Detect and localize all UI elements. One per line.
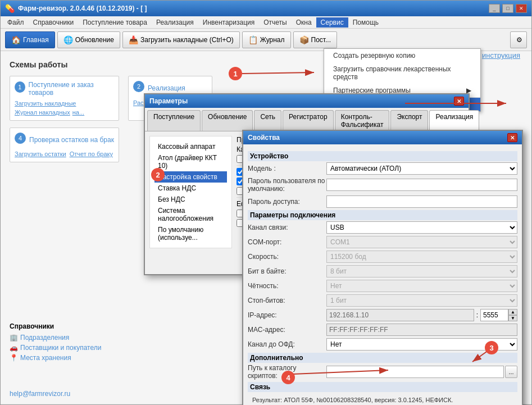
menu-reports[interactable]: Отчеты [259,17,291,28]
com-port-select[interactable]: COM1 [326,236,517,248]
tab-receiving[interactable]: Поступление [147,110,201,131]
maximize-button[interactable]: □ [502,4,513,13]
speed-select[interactable]: 115200 бод [326,251,517,263]
model-row: Модель : Автоматически (АТОЛ) [248,162,517,175]
title-bar: 💊 Фарм-ревизор. 2.0.4.46 (10.12.2019) - … [1,1,531,16]
step-4-link-2[interactable]: Отчет по браку [70,151,113,157]
parity-row: Чётность: Нет [248,280,517,292]
speed-row: Скорость: 115200 бод [248,251,517,263]
menu-inventory[interactable]: Инвентаризация [198,17,259,28]
tab-update[interactable]: Обновление [202,110,253,131]
props-dialog: Свойства ✕ Устройство Модель : Автоматич… [242,130,523,405]
user-password-label: Пароль пользователя по умолчанию: [248,177,326,193]
sidebar-title: Справочники [10,322,101,330]
params-vat-rate[interactable]: Ставка НДС [154,183,227,194]
script-path-input[interactable] [326,366,504,378]
help-email[interactable]: help@farmrevizor.ru [10,390,70,398]
journal-label: Журнал [260,36,285,44]
journal-button[interactable]: 📋 Журнал [242,31,291,48]
load-icon: 📥 [129,35,138,44]
load-invoices-button[interactable]: 📥 Загрузить накладные (Ctrl+O) [122,31,240,48]
port-down-button[interactable]: ▼ [508,315,517,321]
post-label: Пост... [311,36,331,44]
step-1-link-3[interactable]: на... [72,109,84,116]
tab-network[interactable]: Сеть [254,110,281,131]
tab-export[interactable]: Экспорт [390,110,428,131]
toolbar-right: ⚙ [510,31,527,48]
menu-service[interactable]: Сервис [316,17,348,28]
title-bar-buttons: _ □ ✕ [489,4,527,13]
model-select[interactable]: Автоматически (АТОЛ) [326,162,517,175]
port-up-button[interactable]: ▲ [508,309,517,315]
tab-realization[interactable]: Реализация [429,110,479,131]
close-button[interactable]: ✕ [516,4,527,13]
home-button[interactable]: 🏠 Главная [5,31,55,48]
stop-bits-row: Стоп-битов: 1 бит [248,294,517,307]
menu-receiving[interactable]: Поступление товара [78,17,152,28]
props-dialog-close[interactable]: ✕ [507,133,517,142]
channel-select[interactable]: USB [326,221,517,234]
step-4-title: Проверка остатков на брак [29,136,114,144]
step-1-link-1[interactable]: Загрузить накладные [15,100,76,107]
menu-create-backup[interactable]: Создать резервную копию [324,49,480,62]
tab-registrar[interactable]: Регистратор [283,110,334,131]
sidebar-item-suppliers[interactable]: 🚗 Поставщики и покупатели [10,344,101,352]
script-path-browse-button[interactable]: ... [505,366,517,378]
sidebar-item-storage[interactable]: 📍 Места хранения [10,354,101,362]
params-dialog-title: Параметры [149,97,188,105]
speed-label: Скорость: [248,253,326,261]
sidebar: Справочники 🏢 Подразделения 🚗 Поставщики… [10,322,101,364]
ip-colon: : [476,311,478,319]
user-password-input[interactable] [326,179,517,191]
annotation-4: 4 [281,371,295,384]
port-input[interactable] [480,309,508,321]
bits-row: Бит в байте: 8 бит [248,265,517,277]
storage-icon: 📍 [10,354,18,362]
step-4-box: 4 Проверка остатков на брак Загрузить ос… [10,128,119,162]
stop-bits-select[interactable]: 1 бит [326,294,517,307]
params-settings[interactable]: Настройка свойств [154,171,227,183]
com-port-row: COM-порт: COM1 [248,236,517,248]
tab-control[interactable]: Контроль-Фальсификат [335,110,390,131]
menu-sales[interactable]: Реализация [152,17,198,28]
step-1-num: 1 [15,81,25,93]
access-password-input[interactable] [326,195,517,208]
update-button[interactable]: 🌐 Обновление [57,31,120,48]
settings-icon-button[interactable]: ⚙ [510,31,527,48]
menu-load-medicines[interactable]: Загрузить справочник лекарственных средс… [324,62,480,84]
post-button[interactable]: 📦 Пост... [293,31,337,48]
ofd-row: Канал до ОФД: Нет [248,338,517,351]
params-cash-machine[interactable]: Кассовый аппарат [154,141,227,152]
props-dialog-titlebar: Свойства ✕ [243,131,522,144]
update-label: Обновление [75,36,114,44]
parity-label: Чётность: [248,282,326,290]
params-dialog-titlebar: Параметры ✕ [145,94,469,108]
params-tab-bar: Поступление Обновление Сеть Регистратор … [145,108,469,131]
post-icon: 📦 [299,35,309,44]
menu-file[interactable]: Файл [3,17,29,28]
instruction-link[interactable]: инструкция [482,51,520,60]
sidebar-item-divisions[interactable]: 🏢 Подразделения [10,334,101,342]
menu-windows[interactable]: Окна [292,17,316,28]
channel-row: Канал связи: USB [248,221,517,234]
step-4-num: 4 [15,133,26,144]
parity-select[interactable]: Нет [326,280,517,292]
step-1-link-2[interactable]: Журнал накладных [15,109,70,116]
params-dialog-close[interactable]: ✕ [454,97,464,106]
params-default[interactable]: По умолчанию (используе... [154,224,227,243]
menu-help[interactable]: Помощь [348,17,383,28]
step-1-title: Поступление и заказ товаров [29,81,114,97]
result-value: АТОЛ 55Ф, №00106208328540, версия: 3.0.1… [284,397,453,403]
annotation-1: 1 [229,67,242,80]
params-tax-system[interactable]: Система налогообложения [154,205,227,224]
mac-input[interactable] [326,324,517,336]
params-no-vat[interactable]: Без НДС [154,194,227,205]
menu-bar: Файл Справочники Поступление товара Реал… [1,16,531,29]
minimize-button[interactable]: _ [489,4,500,13]
params-atol-driver[interactable]: Атол (драйвер ККТ 10) [154,152,227,171]
ip-input[interactable] [326,309,474,321]
bits-select[interactable]: 8 бит [326,265,517,277]
menu-references[interactable]: Справочники [29,17,79,28]
step-4-link-1[interactable]: Загрузить остатки [15,151,66,157]
annotation-3: 3 [485,341,498,354]
